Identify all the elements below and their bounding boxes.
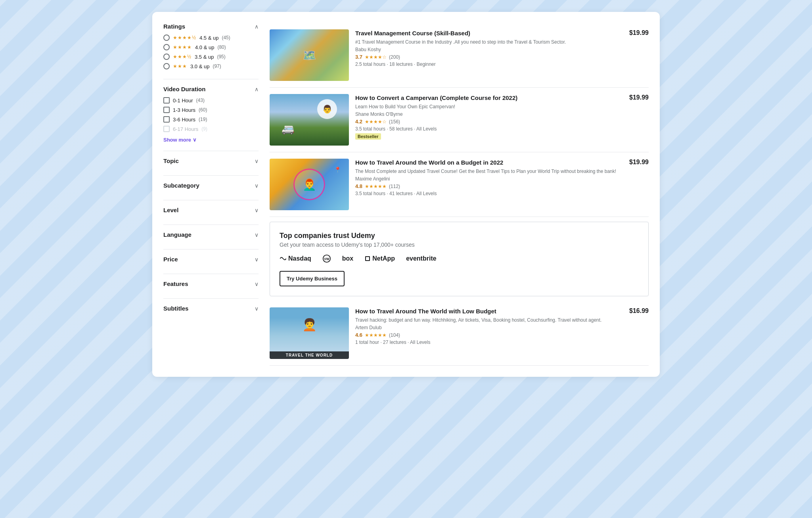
price-filter: Price ∨ [163,249,259,274]
subcategory-title: Subcategory [163,182,199,189]
course-price: $16.99 [629,307,649,315]
subcategory-filter-header[interactable]: Subcategory ∨ [163,182,259,189]
course-rating-row: 4.8 ★★★★★ (112) [355,183,623,189]
nasdaq-logo: Nasdaq [280,255,311,262]
price-filter-header[interactable]: Price ∨ [163,256,259,263]
course-description: The Most Complete and Updated Travel Cou… [355,168,623,175]
course-stars: ★★★★☆ [365,119,387,125]
rating-option[interactable]: ★★★½ 3.5 & up (95) [163,54,259,60]
duration-checkbox [163,107,170,113]
price-title: Price [163,256,178,263]
subtitles-chevron-icon: ∨ [255,305,259,312]
course-price: $19.99 [629,159,649,166]
language-title: Language [163,231,192,238]
course-title: How to Travel Around The World with Low … [355,307,623,315]
level-filter-header[interactable]: Level ∨ [163,207,259,213]
price-chevron-icon: ∨ [255,256,259,263]
language-filter-header[interactable]: Language ∨ [163,231,259,238]
duration-option[interactable]: 1-3 Hours (60) [163,107,259,113]
course-meta: 1 total hour · 27 lectures · All Levels [355,340,623,345]
course-description: #1 Travel Management Course in the Indus… [355,39,623,46]
rating-count: (80) [217,44,226,50]
course-title: Travel Management Course (Skill-Based) [355,29,623,37]
course-card[interactable]: 🧑‍🦱 TRAVEL THE WORLD How to Travel Aroun… [270,301,649,366]
courses-top: 🗺️ Travel Management Course (Skill-Based… [270,23,649,217]
level-chevron-icon: ∨ [255,207,259,213]
course-thumbnail: 👨‍🦰📍 [270,159,349,210]
course-thumbnail: 🧑‍🦱 TRAVEL THE WORLD [270,307,349,359]
course-thumbnail: 🗺️ [270,29,349,81]
rating-radio [163,44,170,50]
rating-option[interactable]: ★★★★ 4.0 & up (80) [163,44,259,50]
duration-checkbox [163,116,170,123]
subtitles-filter-header[interactable]: Subtitles ∨ [163,305,259,312]
rating-option[interactable]: ★★★ 3.0 & up (97) [163,63,259,69]
rating-stars: ★★★★ [173,44,192,50]
banner-title: Top companies trust Udemy [280,232,639,240]
course-list: 🗺️ Travel Management Course (Skill-Based… [270,23,649,366]
duration-count: (19) [199,117,207,122]
course-card[interactable]: 🚐👨 How to Convert a Campervan (Complete … [270,88,649,152]
course-card[interactable]: 👨‍🦰📍 How to Travel Around the World on a… [270,152,649,217]
topic-filter: Topic ∨ [163,151,259,176]
duration-option: 6-17 Hours (9) [163,126,259,132]
ratings-filter: Ratings ∧ ★★★★½ 4.5 & up (45) ★★★★ 4.0 &… [163,23,259,79]
rating-label: 4.5 & up [199,35,218,41]
language-chevron-icon: ∨ [255,232,259,238]
subcategory-chevron-icon: ∨ [255,182,259,189]
topic-title: Topic [163,157,179,164]
course-price: $19.99 [629,29,649,36]
rating-option[interactable]: ★★★★½ 4.5 & up (45) [163,35,259,41]
show-more-chevron-icon: ∨ [193,137,197,143]
rating-reviews: (156) [389,119,400,125]
duration-title: Video Duration [163,86,205,92]
rating-reviews: (112) [389,184,400,189]
rating-radio [163,35,170,41]
rating-stars: ★★★½ [173,54,192,59]
rating-radio [163,54,170,60]
rating-radio [163,63,170,69]
rating-number: 3.7 [355,54,362,60]
course-card[interactable]: 🗺️ Travel Management Course (Skill-Based… [270,23,649,88]
thumb-overlay: TRAVEL THE WORLD [270,351,349,359]
features-filter-header[interactable]: Features ∨ [163,280,259,287]
duration-label: 1-3 Hours [173,107,195,113]
duration-count: (60) [199,107,207,113]
topic-chevron-icon: ∨ [255,158,259,164]
course-title: How to Travel Around the World on a Budg… [355,159,623,167]
rating-count: (97) [213,63,221,69]
rating-label: 4.0 & up [195,44,214,50]
duration-option[interactable]: 0-1 Hour (43) [163,97,259,104]
show-more-button[interactable]: Show more ∨ [163,135,197,144]
netapp-logo: NetApp [364,255,395,262]
duration-count: (43) [196,98,205,103]
try-udemy-button[interactable]: Try Udemy Business [280,271,345,286]
duration-chevron-icon: ∧ [255,86,259,92]
svg-rect-3 [366,257,369,260]
duration-filter-header[interactable]: Video Duration ∧ [163,86,259,92]
duration-filter: Video Duration ∧ 0-1 Hour (43) 1-3 Hours… [163,79,259,151]
rating-count: (95) [217,54,225,59]
course-info: How to Convert a Campervan (Complete Cou… [355,94,623,140]
course-stars: ★★★★★ [365,332,387,338]
ratings-title: Ratings [163,23,185,30]
course-price: $19.99 [629,94,649,101]
course-instructor: Shane Monks O'Byrne [355,111,623,117]
course-instructor: Artem Dulub [355,325,623,330]
duration-label: 0-1 Hour [173,98,193,104]
duration-option[interactable]: 3-6 Hours (19) [163,116,259,123]
topic-filter-header[interactable]: Topic ∨ [163,157,259,164]
course-instructor: Babu Koshy [355,47,623,52]
company-logos: Nasdaq VW box NetApp eventbrite [280,254,639,263]
duration-checkbox [163,126,170,132]
features-chevron-icon: ∨ [255,281,259,287]
course-meta: 3.5 total hours · 41 lectures · All Leve… [355,191,623,196]
rating-reviews: (200) [389,54,400,60]
course-rating-row: 3.7 ★★★★☆ (200) [355,54,623,60]
show-more-label: Show more [163,137,191,143]
udemy-business-banner: Top companies trust Udemy Get your team … [270,222,649,296]
ratings-filter-header[interactable]: Ratings ∧ [163,23,259,30]
course-description: Travel hacking: budget and fun way. Hitc… [355,317,623,324]
vw-logo: VW [322,254,331,263]
course-stars: ★★★★☆ [365,54,387,60]
